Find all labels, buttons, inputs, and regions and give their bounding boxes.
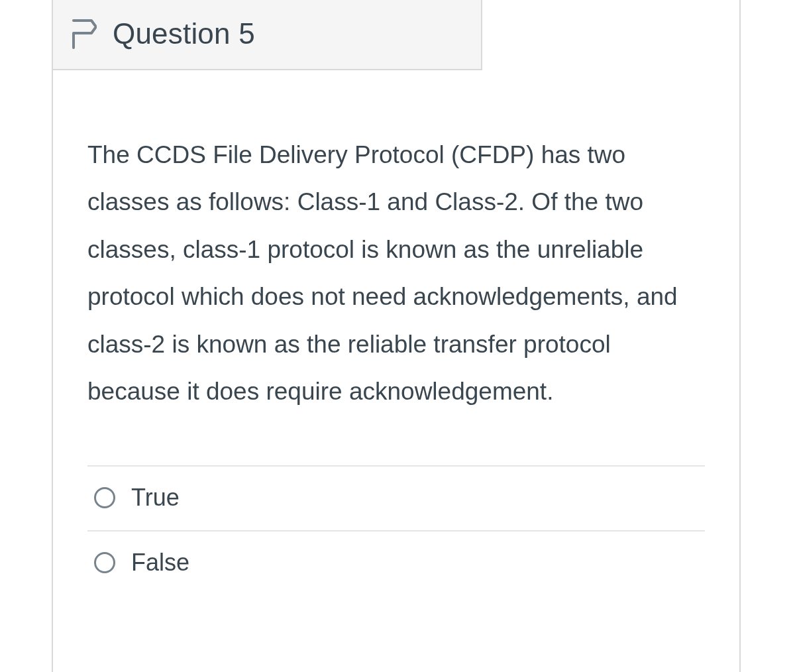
bookmark-icon[interactable] [72, 19, 97, 49]
question-header: Question 5 [53, 0, 482, 70]
question-title: Question 5 [113, 17, 255, 50]
question-text: The CCDS File Delivery Protocol (CFDP) h… [87, 131, 705, 415]
radio-icon [94, 487, 115, 508]
radio-icon [94, 552, 115, 573]
question-card: Question 5 The CCDS File Delivery Protoc… [52, 0, 741, 672]
answer-option-false[interactable]: False [87, 532, 705, 595]
answer-label: True [131, 484, 180, 512]
answer-option-true[interactable]: True [87, 467, 705, 532]
answer-label: False [131, 549, 189, 577]
answer-list: True False [87, 465, 705, 595]
question-body: The CCDS File Delivery Protocol (CFDP) h… [53, 70, 739, 608]
